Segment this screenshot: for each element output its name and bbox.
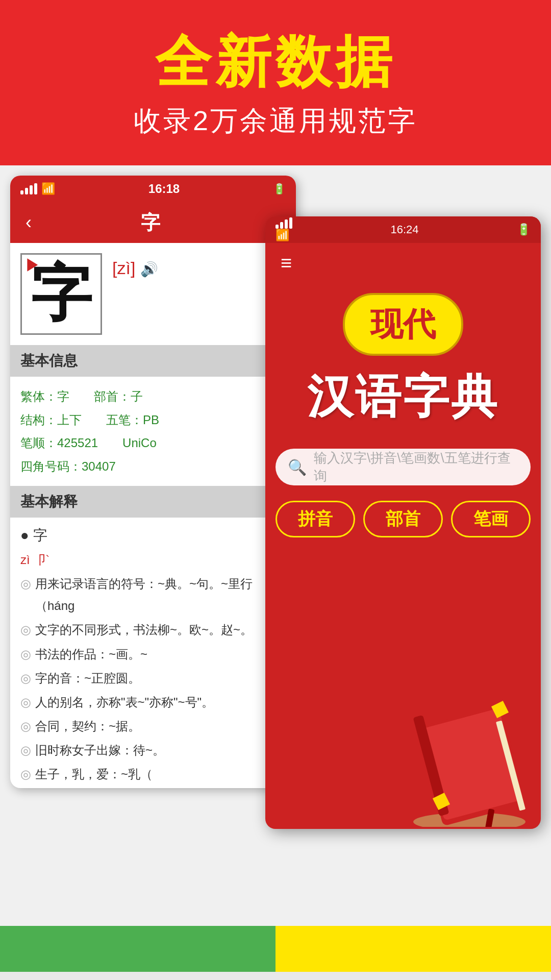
menu-bar: ≡ bbox=[265, 243, 541, 283]
badge-text: 现代 bbox=[370, 306, 436, 342]
exp-pinyin: zì 卩` bbox=[20, 549, 286, 571]
def-item-8: ◎ 生子，乳，爱：~乳（ bbox=[20, 763, 286, 785]
battery-front: 🔋 bbox=[517, 223, 531, 236]
main-area: 📶 16:18 🔋 ‹ 字 ♥ 字 [zì] 🔊 bbox=[0, 165, 551, 972]
def-item-5: ◎ 人的别名，亦称"表~"亦称"~号"。 bbox=[20, 691, 286, 713]
signal-bar-f4 bbox=[289, 217, 292, 229]
main-title: 全新数据 bbox=[20, 31, 531, 92]
pinyin-button[interactable]: 拼音 bbox=[276, 501, 355, 537]
basic-explanation-header: 基本解释 bbox=[10, 486, 296, 518]
def-item-6: ◎ 合同，契约：~据。 bbox=[20, 715, 286, 737]
top-header: 全新数据 收录2万余通用规范字 bbox=[0, 0, 551, 165]
def-text-8: 生子，乳，爱：~乳（ bbox=[35, 763, 153, 785]
signal-area-front: 📶 bbox=[276, 217, 292, 242]
def-item-3: ◎ 书法的作品：~画。~ bbox=[20, 643, 286, 665]
status-bar-back: 📶 16:18 🔋 bbox=[10, 176, 296, 202]
bihua-button[interactable]: 笔画 bbox=[451, 501, 531, 537]
char-box: 字 bbox=[20, 253, 102, 335]
battery-back: 🔋 bbox=[273, 183, 286, 195]
bottom-bar bbox=[0, 926, 551, 972]
book-illustration bbox=[398, 674, 541, 827]
nav-title-back: 字 bbox=[141, 210, 160, 236]
battery-icon: 🔋 bbox=[273, 183, 286, 195]
def-item-4: ◎ 字的音：~正腔圆。 bbox=[20, 667, 286, 689]
def-item-2: ◎ 文字的不同形式，书法柳~。欧~。赵~。 bbox=[20, 619, 286, 641]
circle-5: ◎ bbox=[20, 691, 31, 713]
app-title-main: 汉语字典 bbox=[307, 366, 499, 428]
circle-8: ◎ bbox=[20, 763, 31, 785]
search-area: 🔍 输入汉字\拼音\笔画数\五笔进行查询 bbox=[265, 433, 541, 496]
signal-bars bbox=[20, 183, 37, 194]
exp-char: ● 字 bbox=[20, 523, 286, 548]
oval-badge: 现代 bbox=[343, 293, 463, 356]
phone-back: 📶 16:18 🔋 ‹ 字 ♥ 字 [zì] 🔊 bbox=[10, 176, 296, 788]
signal-bars-front bbox=[276, 217, 292, 229]
four-corner-label: 四角号码：30407 bbox=[20, 459, 116, 473]
bottom-bar-svg bbox=[0, 926, 551, 972]
sub-title: 收录2万余通用规范字 bbox=[20, 103, 531, 140]
def-text-1: 用来记录语言的符号：~典。~句。~里行（háng bbox=[35, 573, 286, 617]
speaker-icon[interactable]: 🔊 bbox=[140, 261, 158, 277]
signal-bar-1 bbox=[20, 190, 23, 194]
char-info: [zì] 🔊 bbox=[112, 253, 158, 278]
circle-6: ◎ bbox=[20, 715, 31, 737]
def-text-3: 书法的作品：~画。~ bbox=[35, 643, 147, 665]
search-icon: 🔍 bbox=[288, 458, 307, 476]
circle-2: ◎ bbox=[20, 619, 31, 641]
book-area bbox=[398, 674, 541, 829]
signal-bar-f1 bbox=[276, 225, 279, 229]
def-text-5: 人的别名，亦称"表~"亦称"~号"。 bbox=[35, 691, 214, 713]
circle-1: ◎ bbox=[20, 573, 31, 617]
time-front: 16:24 bbox=[390, 223, 418, 236]
circle-4: ◎ bbox=[20, 667, 31, 689]
basic-info-header: 基本信息 bbox=[10, 345, 296, 377]
status-bar-front: 📶 16:24 🔋 bbox=[265, 216, 541, 243]
char-section: 字 [zì] 🔊 bbox=[10, 243, 296, 345]
def-item-7: ◎ 旧时称女子出嫁：待~。 bbox=[20, 739, 286, 761]
circle-7: ◎ bbox=[20, 739, 31, 761]
battery-icon-front: 🔋 bbox=[517, 223, 531, 236]
def-text-4: 字的音：~正腔圆。 bbox=[35, 667, 140, 689]
wifi-icon: 📶 bbox=[41, 182, 55, 195]
svg-rect-10 bbox=[276, 926, 551, 972]
info-row-stroke: 笔顺：425521 UniCo bbox=[20, 431, 286, 455]
info-grid: 繁体：字 部首：子 结构：上下 五笔：PB 笔顺：425521 UniCo 四角… bbox=[10, 377, 296, 486]
signal-bar-2 bbox=[25, 188, 28, 194]
traditional-label: 繁体：字 部首：子 bbox=[20, 389, 143, 403]
def-text-7: 旧时称女子出嫁：待~。 bbox=[35, 739, 165, 761]
explanation-section: ● 字 zì 卩` ◎ 用来记录语言的符号：~典。~句。~里行（háng ◎ 文… bbox=[10, 518, 296, 788]
search-box[interactable]: 🔍 输入汉字\拼音\笔画数\五笔进行查询 bbox=[276, 449, 531, 485]
stroke-label: 笔顺：425521 UniCo bbox=[20, 436, 157, 450]
char-display: 字 bbox=[31, 253, 92, 336]
svg-rect-9 bbox=[0, 926, 276, 972]
structure-label: 结构：上下 五笔：PB bbox=[20, 413, 159, 427]
info-row-traditional: 繁体：字 部首：子 bbox=[20, 385, 286, 408]
circle-3: ◎ bbox=[20, 643, 31, 665]
pinyin-text: [zì] bbox=[112, 258, 135, 278]
info-row-structure: 结构：上下 五笔：PB bbox=[20, 408, 286, 432]
wifi-icon-front: 📶 bbox=[276, 229, 289, 241]
signal-bar-f2 bbox=[280, 222, 283, 229]
signal-bar-f3 bbox=[285, 219, 288, 229]
bullet-char: ● 字 bbox=[20, 527, 47, 543]
app-logo-area: 现代 汉语字典 bbox=[265, 283, 541, 433]
phone-front: 📶 16:24 🔋 ≡ 现代 汉语字典 🔍 输入汉字\拼音\笔画数\五笔进行查询 bbox=[265, 216, 541, 829]
nav-bar-back: ‹ 字 ♥ bbox=[10, 202, 296, 243]
time-back: 16:18 bbox=[148, 182, 180, 196]
hamburger-icon[interactable]: ≡ bbox=[281, 253, 525, 273]
signal-bar-3 bbox=[30, 185, 33, 194]
signal-bar-4 bbox=[34, 183, 37, 194]
bushou-button[interactable]: 部首 bbox=[363, 501, 443, 537]
def-text-6: 合同，契约：~据。 bbox=[35, 715, 140, 737]
search-placeholder-text: 输入汉字\拼音\笔画数\五笔进行查询 bbox=[314, 449, 518, 485]
def-text-2: 文字的不同形式，书法柳~。欧~。赵~。 bbox=[35, 619, 253, 641]
def-item-1: ◎ 用来记录语言的符号：~典。~句。~里行（háng bbox=[20, 573, 286, 617]
info-row-fourcorner: 四角号码：30407 bbox=[20, 455, 286, 478]
pinyin-line: zì 卩` bbox=[20, 553, 49, 567]
btn-row: 拼音 部首 笔画 bbox=[265, 496, 541, 548]
signal-area: 📶 bbox=[20, 182, 55, 195]
char-pronunciation: [zì] 🔊 bbox=[112, 258, 158, 278]
back-arrow-icon[interactable]: ‹ bbox=[26, 212, 32, 233]
